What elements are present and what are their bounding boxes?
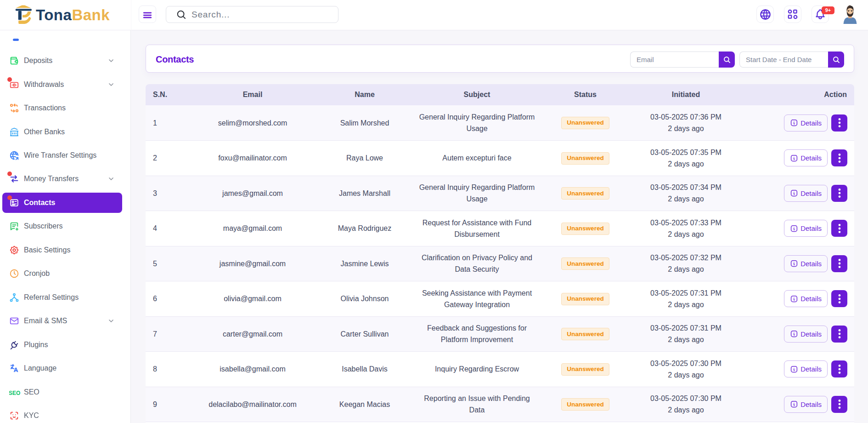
svg-text:SEO: SEO <box>9 390 20 396</box>
